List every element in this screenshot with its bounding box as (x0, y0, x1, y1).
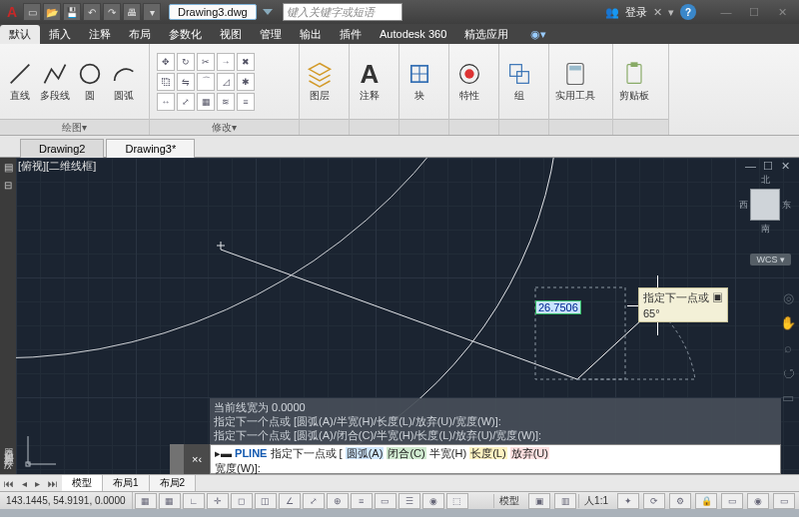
tab-a360[interactable]: Autodesk 360 (371, 26, 455, 42)
tab-annotate[interactable]: 注释 (80, 25, 120, 44)
tab-manage[interactable]: 管理 (251, 25, 291, 44)
palette-handle-icon[interactable]: ▤ (1, 159, 15, 175)
ribbon-group-modify-label[interactable]: 修改 ▾ (150, 119, 299, 135)
tab-default[interactable]: 默认 (0, 25, 40, 44)
status-polar-icon[interactable]: ✛ (207, 493, 229, 509)
qat-more-icon[interactable]: ▾ (143, 3, 161, 21)
cmd-opt-half[interactable]: 半宽(H) (429, 447, 466, 459)
layout-tab-prev-icon[interactable]: ◂ (18, 477, 31, 490)
status-tpy-icon[interactable]: ▭ (375, 493, 397, 509)
status-ws-icon[interactable]: ⚙ (669, 493, 691, 509)
qat-new-icon[interactable]: ▭ (23, 3, 41, 21)
rotate-icon[interactable]: ↻ (177, 53, 195, 71)
command-input[interactable]: ▸▬ PLINE 指定下一点或 [ 圆弧(A) 闭合(C) 半宽(H) 长度(L… (210, 444, 781, 474)
status-extra1-icon[interactable]: ▣ (528, 493, 550, 509)
erase-icon[interactable]: ✖ (237, 53, 255, 71)
layout-tab-model[interactable]: 模型 (62, 475, 103, 491)
scale-icon[interactable]: ⤢ (177, 93, 195, 111)
status-ducs-icon[interactable]: ⤢ (303, 493, 325, 509)
status-grid-icon[interactable]: ▦ (159, 493, 181, 509)
help-search-input[interactable]: 键入关键字或短语 (283, 3, 402, 21)
help-icon[interactable]: ? (680, 4, 696, 20)
maximize-button[interactable]: ☐ (740, 3, 768, 21)
extend-icon[interactable]: → (217, 53, 235, 71)
status-osnap-icon[interactable]: ◻ (231, 493, 253, 509)
fillet-icon[interactable]: ⌒ (197, 73, 215, 91)
text-button[interactable]: A注释 (356, 60, 384, 103)
align-icon[interactable]: ≡ (237, 93, 255, 111)
properties-button[interactable]: 特性 (455, 60, 483, 103)
layout-tab-next-icon[interactable]: ▸ (31, 477, 44, 490)
fx-icon[interactable]: fx (1, 457, 15, 473)
cmd-opt-undo[interactable]: 放弃(U) (510, 447, 549, 459)
cmd-grip-icon[interactable] (170, 444, 184, 474)
layer-button[interactable]: 图层 (306, 60, 334, 103)
doc-tab-drawing3[interactable]: Drawing3* (106, 139, 195, 158)
cloud-dropdown-icon[interactable]: ▾ (668, 6, 674, 19)
status-lwt-icon[interactable]: ≡ (351, 493, 373, 509)
layout-tab-first-icon[interactable]: ⏮ (0, 477, 18, 490)
utility-button[interactable]: 实用工具 (555, 60, 595, 103)
trim-icon[interactable]: ✂ (197, 53, 215, 71)
status-annoauto-icon[interactable]: ⟳ (643, 493, 665, 509)
copy-icon[interactable]: ⿻ (157, 73, 175, 91)
status-otrack-icon[interactable]: ∠ (279, 493, 301, 509)
status-hardware-icon[interactable]: ▭ (721, 493, 743, 509)
line-button[interactable]: 直线 (6, 60, 34, 103)
close-button[interactable]: ✕ (768, 3, 796, 21)
stretch-icon[interactable]: ↔ (157, 93, 175, 111)
minimize-button[interactable]: — (712, 3, 740, 21)
chamfer-icon[interactable]: ◿ (217, 73, 235, 91)
status-space-toggle[interactable]: 模型 (493, 494, 524, 508)
arc-button[interactable]: 圆弧 (110, 60, 138, 103)
wcs-label[interactable]: WCS ▾ (750, 254, 791, 266)
status-snap-icon[interactable]: ▦ (135, 493, 157, 509)
viewcube-face[interactable] (750, 189, 780, 221)
mirror-icon[interactable]: ⇋ (177, 73, 195, 91)
ribbon-group-draw-label[interactable]: 绘图 ▾ (0, 119, 149, 135)
circle-button[interactable]: 圆 (76, 60, 104, 103)
cmd-close-icon[interactable]: ×‹ (184, 444, 210, 474)
status-qp-icon[interactable]: ☰ (399, 493, 420, 509)
signin-label[interactable]: 登录 (625, 5, 647, 20)
status-am-icon[interactable]: ⬚ (446, 493, 468, 509)
dynamic-input[interactable]: 26.7506 (535, 300, 581, 314)
cmd-opt-len[interactable]: 长度(L) (469, 447, 506, 459)
palette-pin-icon[interactable]: ⊟ (1, 177, 15, 193)
nav-pan-icon[interactable]: ✋ (780, 315, 796, 337)
tab-view[interactable]: 视图 (211, 25, 251, 44)
move-icon[interactable]: ✥ (157, 53, 175, 71)
clipboard-button[interactable]: 剪贴板 (619, 60, 649, 103)
status-clean-icon[interactable]: ▭ (773, 493, 795, 509)
status-isolate-icon[interactable]: ◉ (747, 493, 769, 509)
view-cube[interactable]: 北 西 东 南 (739, 174, 791, 236)
tab-output[interactable]: 输出 (291, 25, 331, 44)
status-sc-icon[interactable]: ◉ (422, 493, 444, 509)
tab-featured[interactable]: 精选应用 (455, 25, 517, 44)
status-annoscale[interactable]: 人1:1 (578, 494, 613, 508)
cmd-opt-close[interactable]: 闭合(C) (387, 447, 425, 459)
status-annoviz-icon[interactable]: ✦ (617, 493, 639, 509)
tab-focus-icon[interactable]: ◉▾ (521, 26, 555, 43)
status-3dosnap-icon[interactable]: ◫ (255, 493, 277, 509)
qat-open-icon[interactable]: 📂 (43, 3, 61, 21)
status-ortho-icon[interactable]: ∟ (183, 493, 205, 509)
tab-parametric[interactable]: 参数化 (160, 25, 211, 44)
status-lock-icon[interactable]: 🔒 (695, 493, 717, 509)
nav-wheel-icon[interactable]: ◎ (780, 290, 796, 312)
signin-people-icon[interactable]: 👥 (605, 6, 619, 19)
nav-zoom-icon[interactable]: ⌕ (780, 340, 796, 362)
polyline-button[interactable]: 多段线 (40, 60, 70, 103)
tab-addins[interactable]: 插件 (331, 25, 371, 44)
array-icon[interactable]: ▦ (197, 93, 215, 111)
app-logo[interactable]: A (3, 3, 21, 21)
doc-tab-drawing2[interactable]: Drawing2 (20, 139, 104, 158)
exchange-icon[interactable]: ✕ (653, 6, 662, 19)
qat-undo-icon[interactable]: ↶ (83, 3, 101, 21)
qat-save-icon[interactable]: 💾 (63, 3, 81, 21)
qat-print-icon[interactable]: 🖶 (123, 3, 141, 21)
offset-icon[interactable]: ≋ (217, 93, 235, 111)
status-dyn-icon[interactable]: ⊕ (327, 493, 349, 509)
group-button[interactable]: 组 (505, 60, 533, 103)
status-extra2-icon[interactable]: ▥ (554, 493, 576, 509)
